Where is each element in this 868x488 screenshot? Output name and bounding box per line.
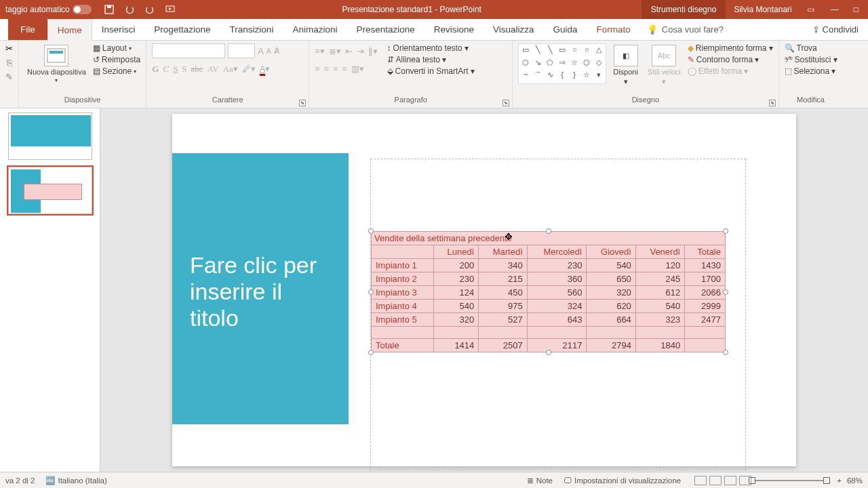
numbering-icon[interactable]: ≣▾ [329,46,341,57]
italic-button[interactable]: C [163,64,169,75]
shrink-font-icon[interactable]: A [267,47,271,55]
save-icon[interactable] [104,4,115,15]
display-settings-button[interactable]: 🖵Impostazioni di visualizzazione [564,476,681,485]
group-paragraph: ≡▾ ≣▾ ⇤ ⇥ ‖▾ ≡ ≡ ≡ ≡ ▥▾ ↕Orientamento te… [309,41,513,108]
shape-fill-button[interactable]: ◆Riempimento forma▾ [688,43,773,53]
quick-access-toolbar [97,4,182,15]
shape-gallery[interactable]: ▭╲╲▭○○△ ⬡↘⬠⇨☆⬡◇ ~⌒∿{}☆▾ [518,43,606,84]
redo-icon[interactable] [144,4,155,15]
justify-icon[interactable]: ≡ [342,64,347,75]
shape-effects-button[interactable]: ◯Effetti forma▾ [688,66,773,76]
tab-inserisci[interactable]: Inserisci [92,19,145,40]
shape-outline-button[interactable]: ✎Contorno forma▾ [688,55,773,64]
case-button[interactable]: Aa▾ [223,64,238,75]
tab-guida[interactable]: Guida [544,19,587,40]
toggle-icon [73,5,92,14]
section-icon: ▤ [93,66,100,76]
align-left-icon[interactable]: ≡ [315,64,319,75]
highlight-button[interactable]: 🖉▾ [242,64,256,75]
embedded-table[interactable]: Vendite della settimana precedente Luned… [371,231,726,352]
title-placeholder[interactable]: Fare clic per inserire il titolo [190,252,331,331]
table-header-row: LunedìMartedìMercoledìGiovedìVenerdìTota… [372,245,726,259]
section-button[interactable]: ▤Sezione ▾ [93,66,140,76]
share-button[interactable]: ⇪ Condividi [812,19,859,40]
strike-button[interactable]: abc [191,64,203,75]
tab-progettazione[interactable]: Progettazione [144,19,220,40]
indent-inc-icon[interactable]: ⇥ [357,46,364,57]
arrange-icon: ◧ [614,45,638,66]
new-slide-button[interactable]: Nuova diapositiva▾ [24,43,89,85]
zoom-slider[interactable] [755,480,823,481]
tab-formato[interactable]: Formato [587,19,640,40]
underline-button[interactable]: S [173,64,178,75]
normal-view-icon[interactable] [694,476,707,485]
quick-styles-button[interactable]: Abc Stili veloci▾ [645,43,684,87]
layout-button[interactable]: ▦Layout ▾ [93,43,140,53]
columns-icon[interactable]: ▥▾ [351,64,364,75]
reset-icon: ↺ [93,55,100,64]
maximize-icon[interactable]: □ [854,5,859,14]
spacing-button[interactable]: AV [208,64,219,75]
align-text-button[interactable]: ⇵Allinea testo▾ [387,55,475,64]
paint-icon[interactable]: ✎ [5,72,13,82]
font-name-combo[interactable] [152,43,225,58]
font-dialog-icon[interactable]: ⬊ [299,100,306,106]
font-size-combo[interactable] [228,43,255,58]
replace-button[interactable]: ᵃ⁄ᵇSostituisci▾ [785,55,837,64]
notes-button[interactable]: ≣Note [527,476,553,485]
line-spacing-icon[interactable]: ‖▾ [368,46,378,57]
group-slides: Nuova diapositiva▾ ▦Layout ▾ ↺Reimposta … [19,41,146,108]
effects-icon: ◯ [688,66,696,76]
reset-button[interactable]: ↺Reimposta [93,55,140,64]
draw-dialog-icon[interactable]: ⬊ [769,100,776,106]
cut-icon[interactable]: ✂ [5,43,13,54]
data-table: LunedìMartedìMercoledìGiovedìVenerdìTota… [371,245,726,352]
tab-presentazione[interactable]: Presentazione [347,19,424,40]
slide-counter[interactable]: va 2 di 2 [5,476,35,485]
table-row: Impianto 12003402305401201430 [372,259,726,272]
undo-icon[interactable] [124,4,135,15]
group-editing: 🔍Trova ᵃ⁄ᵇSostituisci▾ ⬚Seleziona▾ Modif… [779,41,843,108]
align-text-icon: ⇵ [387,55,394,64]
svg-rect-4 [50,51,63,54]
slide-canvas[interactable]: Fare clic per inserire il titolo Vendite… [100,108,868,472]
zoom-value[interactable]: 68% [847,476,863,485]
tab-home[interactable]: Home [47,19,92,41]
tab-file[interactable]: File [8,19,47,40]
contextual-tab-label: Strumenti disegno [642,0,726,19]
share-icon: ⇪ [812,24,820,35]
tab-animazioni[interactable]: Animazioni [283,19,347,40]
clear-format-icon[interactable]: A̷ [274,46,279,56]
para-dialog-icon[interactable]: ⬊ [502,100,509,106]
tab-revisione[interactable]: Revisione [425,19,484,40]
bold-button[interactable]: G [152,64,159,75]
copy-icon[interactable]: ⎘ [7,58,12,68]
ribbon-options-icon[interactable]: ▭ [807,5,814,14]
find-button[interactable]: 🔍Trova [785,43,837,53]
tab-visualizza[interactable]: Visualizza [484,19,544,40]
user-name[interactable]: Silvia Montanari [726,5,800,14]
smartart-button[interactable]: ⬙Converti in SmartArt▾ [387,66,475,76]
align-center-icon[interactable]: ≡ [324,64,329,75]
minimize-icon[interactable]: — [831,5,839,14]
shadow-button[interactable]: S [182,64,186,75]
indent-dec-icon[interactable]: ⇤ [345,46,353,57]
tab-transizioni[interactable]: Transizioni [220,19,283,40]
thumbnail-1[interactable] [8,113,92,160]
content-placeholder[interactable]: Vendite della settimana precedente Luned… [370,159,746,470]
sorter-view-icon[interactable] [709,476,722,485]
select-button[interactable]: ⬚Seleziona▾ [785,66,837,76]
autosave-toggle[interactable]: taggio automatico [0,5,97,14]
grow-font-icon[interactable]: A [258,46,264,56]
text-direction-button[interactable]: ↕Orientamento testo▾ [387,43,475,53]
font-color-button[interactable]: A▾ [260,64,271,75]
reading-view-icon[interactable] [724,476,736,485]
language-button[interactable]: 🔤Italiano (Italia) [45,476,106,485]
arrange-button[interactable]: ◧ Disponi▾ [610,43,641,87]
start-show-icon[interactable] [165,4,176,15]
bullets-icon[interactable]: ≡▾ [315,46,324,57]
tell-me[interactable]: 💡 Cosa vuoi fare? [647,19,724,40]
align-right-icon[interactable]: ≡ [333,64,338,75]
thumbnail-2[interactable] [8,167,92,214]
slide: Fare clic per inserire il titolo Vendite… [172,114,796,466]
